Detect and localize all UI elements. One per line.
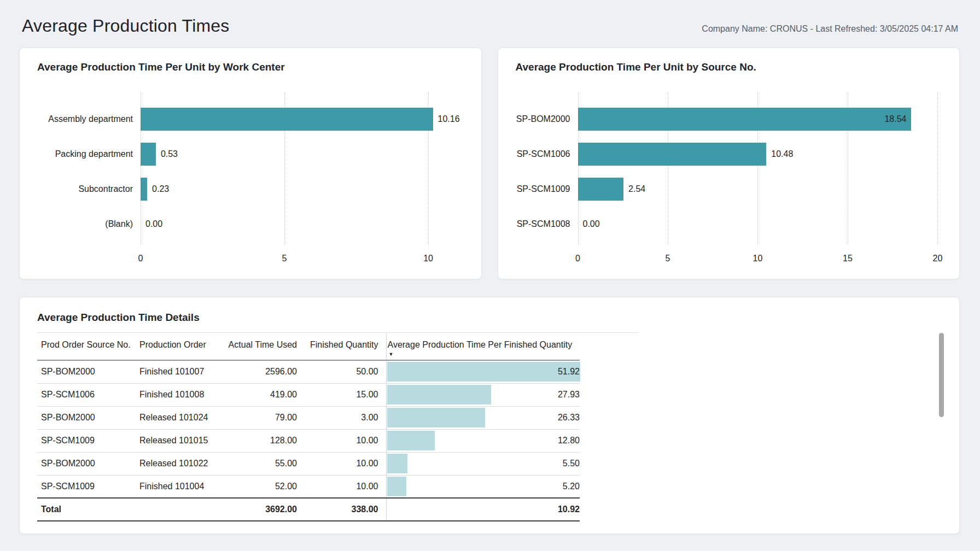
bar[interactable] (578, 143, 767, 166)
table-row[interactable]: SP-SCM1009Finished 10100452.0010.005.20 (37, 475, 580, 498)
table-cell: 5.50 (386, 452, 580, 475)
table-row[interactable]: SP-BOM2000Released 10102255.0010.005.50 (37, 452, 580, 475)
table-cell: SP-BOM2000 (37, 360, 139, 383)
table-total-row: Total3692.00338.0010.92 (37, 498, 580, 521)
table-cell: Released 101015 (139, 429, 223, 452)
bar-row: (Blank)0.00 (37, 207, 466, 242)
table-cell: Finished 101008 (139, 383, 223, 406)
dashboard-page: Average Production Times Company Name: C… (0, 0, 980, 551)
total-value: 10.92 (387, 505, 580, 514)
column-header-5[interactable]: Average Production Time Per Finished Qua… (386, 333, 580, 360)
bar-row: Subcontractor0.23 (37, 172, 466, 207)
bar-track: 0.00 (578, 207, 944, 242)
bar[interactable] (141, 178, 147, 201)
chart-title-source-no: Average Production Time Per Unit by Sour… (516, 61, 944, 73)
axis-tick-label: 5 (666, 254, 670, 263)
category-label: SP-SCM1008 (516, 219, 578, 229)
column-header-label: Finished Quantity (297, 340, 378, 350)
bar[interactable] (578, 178, 624, 201)
table-cell: 52.00 (223, 475, 297, 498)
bar[interactable] (578, 108, 912, 131)
bar-track: 0.53 (141, 137, 466, 172)
bar-value-label: 10.48 (771, 149, 793, 159)
chart-x-axis-source-no: 05101520 (578, 242, 944, 263)
table-cell: SP-SCM1009 (37, 429, 139, 452)
table-cell: SP-BOM2000 (37, 452, 139, 475)
cell-value: 5.20 (387, 482, 580, 491)
table-cell: Finished 101007 (139, 360, 223, 383)
category-label: SP-SCM1006 (516, 149, 578, 159)
bar-row: SP-SCM10080.00 (516, 207, 944, 242)
bar-row: SP-SCM10092.54 (516, 172, 944, 207)
table-cell: 79.00 (223, 406, 297, 429)
axis-tick-label: 15 (843, 254, 853, 263)
bar-value-label: 2.54 (628, 184, 645, 194)
chart-title-work-center: Average Production Time Per Unit by Work… (37, 61, 466, 73)
column-header-label: Average Production Time Per Finished Qua… (388, 340, 580, 350)
table-row[interactable]: SP-BOM2000Finished 1010072596.0050.0051.… (37, 360, 580, 383)
table-cell: Released 101022 (139, 452, 223, 475)
source-no-chart-panel: Average Production Time Per Unit by Sour… (498, 48, 960, 279)
column-header-3[interactable]: Actual Time Used (223, 333, 297, 360)
table-row[interactable]: SP-SCM1009Released 101015128.0010.0012.8… (37, 429, 580, 452)
work-center-chart-panel: Average Production Time Per Unit by Work… (19, 48, 482, 279)
bar-row: SP-SCM100610.48 (516, 137, 944, 172)
total-cell: 10.92 (386, 498, 580, 521)
sort-desc-icon: ▼ (389, 351, 580, 357)
table-cell: SP-BOM2000 (37, 406, 139, 429)
refresh-info: Company Name: CRONUS - Last Refreshed: 3… (702, 24, 958, 36)
bar-track: 0.00 (141, 207, 466, 242)
cell-value: 26.33 (387, 413, 580, 423)
axis-tick-label: 5 (282, 254, 287, 263)
category-label: SP-BOM2000 (516, 114, 578, 124)
table-cell: SP-SCM1009 (37, 475, 139, 498)
table-cell: 26.33 (386, 406, 580, 429)
table-cell: 10.00 (297, 452, 386, 475)
table-scrollbar[interactable] (939, 333, 944, 417)
category-label: (Blank) (37, 219, 141, 229)
category-label: SP-SCM1009 (516, 184, 578, 194)
bar-row: Packing department0.53 (37, 137, 466, 172)
axis-tick-label: 10 (753, 254, 763, 263)
page-title: Average Production Times (22, 16, 230, 36)
column-header-2[interactable]: Production Order (139, 333, 223, 360)
table-cell: SP-SCM1006 (37, 383, 139, 406)
total-cell: 3692.00 (223, 498, 297, 521)
bar-track: 2.54 (578, 172, 944, 207)
axis-tick-label: 10 (423, 254, 433, 263)
axis-tick-label: 0 (138, 254, 143, 263)
bar-row: SP-BOM200018.54 (516, 102, 944, 137)
table-row[interactable]: SP-SCM1006Finished 101008419.0015.0027.9… (37, 383, 580, 406)
bar-track: 10.48 (578, 137, 944, 172)
bar-value-label: 0.00 (145, 219, 162, 229)
bar-track: 18.54 (578, 102, 944, 137)
table-cell: 50.00 (297, 360, 386, 383)
bar[interactable] (141, 143, 156, 166)
chart-x-axis-work-center: 0510 (141, 242, 466, 263)
chart-plot-work-center: Assembly department10.16Packing departme… (37, 102, 466, 242)
table-header-row: Prod Order Source No.Production OrderAct… (37, 333, 580, 360)
table-cell: 27.93 (386, 383, 580, 406)
table-cell: 419.00 (223, 383, 297, 406)
bar-value-label: 0.23 (152, 184, 169, 194)
table-cell: 10.00 (297, 429, 386, 452)
bar-track: 10.16 (141, 102, 466, 137)
bar-track: 0.23 (141, 172, 466, 207)
column-header-4[interactable]: Finished Quantity (297, 333, 386, 360)
column-header-1[interactable]: Prod Order Source No. (37, 333, 139, 360)
bar[interactable] (141, 108, 433, 131)
table-cell: 12.80 (386, 429, 580, 452)
cell-value: 27.93 (387, 390, 580, 400)
bar-row: Assembly department10.16 (37, 102, 466, 137)
table-row[interactable]: SP-BOM2000Released 10102479.003.0026.33 (37, 406, 580, 429)
total-cell: Total (37, 498, 139, 521)
table-cell: 128.00 (223, 429, 297, 452)
table-cell: 3.00 (297, 406, 386, 429)
table-cell: Finished 101004 (139, 475, 223, 498)
cell-value: 12.80 (387, 436, 580, 446)
table-cell: 2596.00 (223, 360, 297, 383)
cell-value: 51.92 (387, 367, 580, 377)
table-cell: 55.00 (223, 452, 297, 475)
table-body: SP-BOM2000Finished 1010072596.0050.0051.… (37, 360, 580, 498)
total-cell: 338.00 (297, 498, 386, 521)
